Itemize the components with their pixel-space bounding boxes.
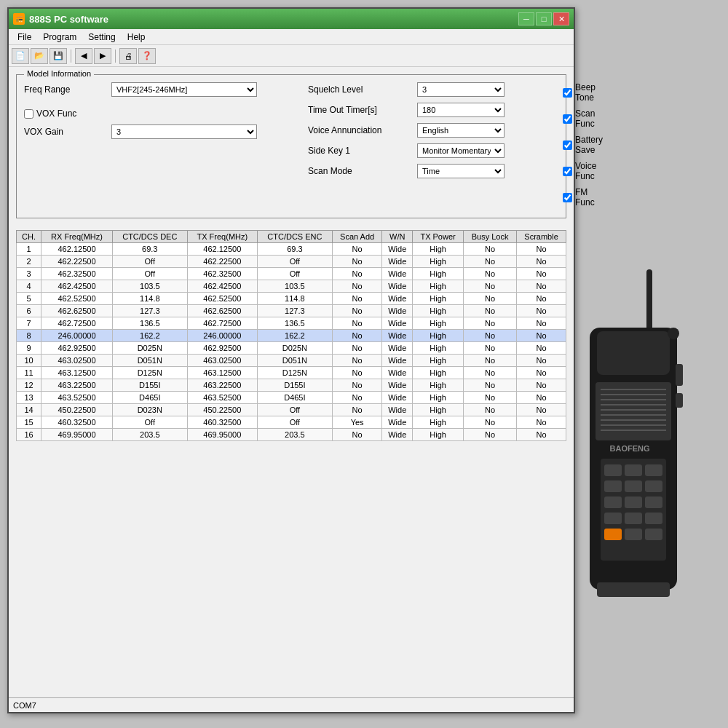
table-row[interactable]: 8246.00000162.2246.00000162.2NoWideHighN… [17,330,566,342]
table-cell: High [413,355,464,367]
table-cell: D155I [112,379,187,392]
vox-gain-select[interactable]: 3 [111,124,257,139]
fm-func-row: FM Func [563,187,603,207]
table-row[interactable]: 10463.02500D051N463.02500D051NNoWideHigh… [17,355,566,367]
read-button[interactable]: ◀ [75,48,92,64]
table-cell: 69.3 [257,243,332,256]
voice-select[interactable]: English [417,123,505,138]
table-cell: No [517,256,566,268]
table-cell: 463.02500 [187,355,257,367]
save-button[interactable]: 💾 [50,48,67,64]
scanmode-row: Scan Mode Time [308,164,526,178]
table-cell: No [464,342,517,355]
table-row[interactable]: 12463.22500D155I463.22500D155INoWideHigh… [17,379,566,392]
table-cell: Off [257,416,332,429]
col-pwr: TX Power [413,231,464,243]
table-cell: 463.52500 [41,392,113,404]
table-cell: No [332,280,382,293]
maximize-button[interactable]: □ [536,12,552,25]
col-rx: RX Freq(MHz) [41,231,113,243]
table-row[interactable]: 16469.95000203.5469.95000203.5NoWideHigh… [17,429,566,441]
table-row[interactable]: 3462.32500Off462.32500OffNoWideHighNoNo [17,268,566,280]
menu-help[interactable]: Help [122,31,151,44]
table-cell: High [413,293,464,305]
table-cell: 462.92500 [41,342,113,355]
table-row[interactable]: 13463.52500D465I463.52500D465INoWideHigh… [17,392,566,404]
table-cell: No [332,268,382,280]
col-wn: W/N [382,231,413,243]
fm-func-checkbox[interactable] [563,193,572,202]
sidekey-select[interactable]: Monitor Momentary [417,143,505,158]
table-cell: 127.3 [112,305,187,317]
table-cell: 4 [17,280,41,293]
table-row[interactable]: 15460.32500Off460.32500OffYesWideHighNoN… [17,416,566,429]
table-row[interactable]: 9462.92500D025N462.92500D025NNoWideHighN… [17,342,566,355]
table-cell: 462.12500 [187,243,257,256]
vox-func-checkbox[interactable] [24,109,33,119]
table-cell: No [464,355,517,367]
table-cell: No [464,280,517,293]
table-row[interactable]: 11463.12500D125N463.12500D125NNoWideHigh… [17,367,566,379]
col-ctcdec: CTC/DCS DEC [112,231,187,243]
table-cell: 462.32500 [41,268,113,280]
help-button[interactable]: ❓ [138,48,156,64]
table-row[interactable]: 7462.72500136.5462.72500136.5NoWideHighN… [17,317,566,330]
table-cell: No [464,317,517,330]
menu-file[interactable]: File [12,31,37,44]
table-cell: 2 [17,256,41,268]
table-cell: Off [257,404,332,416]
print-button[interactable]: 🖨 [119,48,137,64]
close-button[interactable]: ✕ [553,12,569,25]
table-row[interactable]: 2462.22500Off462.22500OffNoWideHighNoNo [17,256,566,268]
open-button[interactable]: 📂 [31,48,48,64]
col-tx: TX Freq(MHz) [187,231,257,243]
table-cell: No [464,268,517,280]
table-row[interactable]: 1462.1250069.3462.1250069.3NoWideHighNoN… [17,243,566,256]
col-busy: Busy Lock [464,231,517,243]
freq-range-select[interactable]: VHF2[245-246MHz] [111,82,257,97]
table-cell: No [332,379,382,392]
table-cell: 14 [17,404,41,416]
table-cell: No [332,243,382,256]
minimize-button[interactable]: ─ [518,12,534,25]
table-cell: 462.42500 [41,280,113,293]
svg-rect-2 [597,331,670,375]
new-button[interactable]: 📄 [12,48,29,64]
table-cell: Wide [382,256,413,268]
voice-func-checkbox[interactable] [563,167,572,176]
menu-setting[interactable]: Setting [82,31,121,44]
table-row[interactable]: 14450.22500D023N450.22500OffNoWideHighNo… [17,404,566,416]
table-row[interactable]: 4462.42500103.5462.42500103.5NoWideHighN… [17,280,566,293]
table-cell: No [464,429,517,441]
table-row[interactable]: 5462.52500114.8462.52500114.8NoWideHighN… [17,293,566,305]
table-cell: 103.5 [112,280,187,293]
table-cell: Wide [382,305,413,317]
table-cell: High [413,367,464,379]
table-cell: No [332,330,382,342]
table-cell: No [332,392,382,404]
voice-label: Voice Annunciation [308,125,417,135]
squelch-select[interactable]: 3 [417,82,505,97]
title-controls: ─ □ ✕ [518,12,569,25]
table-cell: No [332,367,382,379]
fm-func-label: FM Func [575,187,603,207]
beep-tone-checkbox[interactable] [563,88,572,98]
voice-func-label: Voice Func [575,161,603,181]
col-scan: Scan Add [332,231,382,243]
menu-program[interactable]: Program [37,31,82,44]
battery-save-checkbox[interactable] [563,141,572,150]
table-cell: No [332,293,382,305]
svg-rect-22 [625,496,642,508]
scanmode-select[interactable]: Time [417,164,505,178]
radio-svg: BAOFENG [546,269,713,670]
sidekey-row: Side Key 1 Monitor Momentary [308,143,526,158]
table-header-row: CH. RX Freq(MHz) CTC/DCS DEC TX Freq(MHz… [17,231,566,243]
table-cell: 3 [17,268,41,280]
table-cell: Wide [382,392,413,404]
scan-func-checkbox[interactable] [563,114,572,124]
write-button[interactable]: ▶ [94,48,111,64]
scan-func-row: Scan Func [563,108,603,129]
table-cell: Wide [382,330,413,342]
timeout-select[interactable]: 180 [417,103,505,117]
table-row[interactable]: 6462.62500127.3462.62500127.3NoWideHighN… [17,305,566,317]
